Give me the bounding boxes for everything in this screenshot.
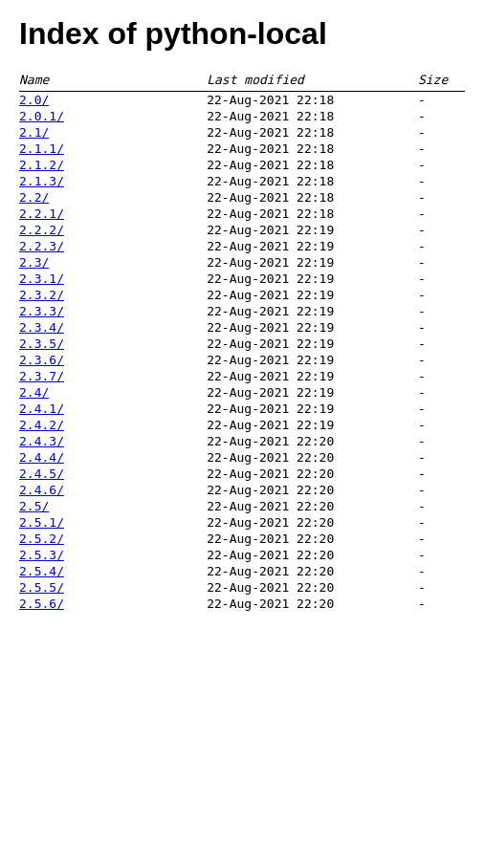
file-link[interactable]: 2.5.1/ [19, 515, 64, 530]
file-link[interactable]: 2.4/ [19, 385, 49, 400]
file-link[interactable]: 2.1.2/ [19, 158, 64, 172]
file-name-cell: 2.3.2/ [19, 287, 207, 303]
file-size-cell: - [418, 157, 465, 173]
file-modified-cell: 22-Aug-2021 22:18 [207, 92, 418, 108]
file-name-cell: 2.2.2/ [19, 222, 207, 238]
file-name-cell: 2.3.6/ [19, 352, 207, 368]
file-link[interactable]: 2.3.6/ [19, 353, 64, 367]
table-row: 2.5.1/22-Aug-2021 22:20- [19, 514, 465, 531]
file-link[interactable]: 2.3.2/ [19, 288, 64, 302]
file-size-cell: - [418, 579, 465, 596]
page-title: Index of python-local [19, 15, 465, 52]
file-modified-cell: 22-Aug-2021 22:18 [207, 173, 418, 189]
file-link[interactable]: 2.4.1/ [19, 401, 64, 416]
file-link[interactable]: 2.5.4/ [19, 564, 64, 578]
file-modified-cell: 22-Aug-2021 22:20 [207, 449, 418, 466]
file-modified-cell: 22-Aug-2021 22:18 [207, 124, 418, 141]
file-link[interactable]: 2.4.4/ [19, 450, 64, 465]
table-row: 2.3.6/22-Aug-2021 22:19- [19, 352, 465, 368]
file-name-cell: 2.1.2/ [19, 157, 207, 173]
file-modified-cell: 22-Aug-2021 22:20 [207, 514, 418, 531]
file-link[interactable]: 2.3.5/ [19, 336, 64, 351]
file-modified-cell: 22-Aug-2021 22:18 [207, 189, 418, 206]
file-size-cell: - [418, 498, 465, 514]
file-size-cell: - [418, 433, 465, 449]
file-link[interactable]: 2.5.6/ [19, 597, 64, 611]
file-name-cell: 2.2/ [19, 189, 207, 206]
file-link[interactable]: 2.3/ [19, 255, 49, 270]
table-row: 2.4.5/22-Aug-2021 22:20- [19, 466, 465, 482]
table-row: 2.4.1/22-Aug-2021 22:19- [19, 401, 465, 417]
file-size-cell: - [418, 271, 465, 287]
file-link[interactable]: 2.5.2/ [19, 532, 64, 546]
file-name-cell: 2.5.4/ [19, 563, 207, 579]
file-name-cell: 2.2.1/ [19, 206, 207, 222]
file-modified-cell: 22-Aug-2021 22:19 [207, 368, 418, 384]
file-modified-cell: 22-Aug-2021 22:18 [207, 157, 418, 173]
file-modified-cell: 22-Aug-2021 22:20 [207, 596, 418, 612]
file-link[interactable]: 2.2.1/ [19, 206, 64, 221]
file-size-cell: - [418, 449, 465, 466]
file-size-cell: - [418, 531, 465, 547]
file-size-cell: - [418, 417, 465, 433]
file-name-cell: 2.5.1/ [19, 514, 207, 531]
file-link[interactable]: 2.3.7/ [19, 369, 64, 383]
file-listing-table: Name Last modified Size 2.0/22-Aug-2021 … [19, 71, 465, 612]
file-name-cell: 2.5.6/ [19, 596, 207, 612]
table-row: 2.3.5/22-Aug-2021 22:19- [19, 336, 465, 352]
file-link[interactable]: 2.4.3/ [19, 434, 64, 448]
file-modified-cell: 22-Aug-2021 22:19 [207, 303, 418, 319]
file-name-cell: 2.3.3/ [19, 303, 207, 319]
file-name-cell: 2.3/ [19, 254, 207, 271]
table-row: 2.2.1/22-Aug-2021 22:18- [19, 206, 465, 222]
file-link[interactable]: 2.5/ [19, 499, 49, 513]
file-link[interactable]: 2.4.5/ [19, 467, 64, 481]
file-name-cell: 2.4.4/ [19, 449, 207, 466]
file-modified-cell: 22-Aug-2021 22:20 [207, 563, 418, 579]
file-modified-cell: 22-Aug-2021 22:19 [207, 238, 418, 254]
file-size-cell: - [418, 222, 465, 238]
file-modified-cell: 22-Aug-2021 22:19 [207, 336, 418, 352]
file-size-cell: - [418, 124, 465, 141]
file-modified-cell: 22-Aug-2021 22:19 [207, 401, 418, 417]
file-link[interactable]: 2.0.1/ [19, 109, 64, 123]
file-link[interactable]: 2.3.1/ [19, 271, 64, 286]
file-link[interactable]: 2.3.3/ [19, 304, 64, 318]
table-row: 2.1.3/22-Aug-2021 22:18- [19, 173, 465, 189]
file-modified-cell: 22-Aug-2021 22:19 [207, 287, 418, 303]
file-modified-cell: 22-Aug-2021 22:20 [207, 579, 418, 596]
table-row: 2.3/22-Aug-2021 22:19- [19, 254, 465, 271]
table-row: 2.2/22-Aug-2021 22:18- [19, 189, 465, 206]
file-size-cell: - [418, 514, 465, 531]
file-name-cell: 2.0/ [19, 92, 207, 108]
file-link[interactable]: 2.1.3/ [19, 174, 64, 188]
col-header-size: Size [418, 71, 465, 91]
file-link[interactable]: 2.4.6/ [19, 483, 64, 497]
file-name-cell: 2.3.7/ [19, 368, 207, 384]
file-name-cell: 2.2.3/ [19, 238, 207, 254]
file-size-cell: - [418, 206, 465, 222]
table-row: 2.4.3/22-Aug-2021 22:20- [19, 433, 465, 449]
file-name-cell: 2.3.1/ [19, 271, 207, 287]
file-modified-cell: 22-Aug-2021 22:19 [207, 271, 418, 287]
file-size-cell: - [418, 596, 465, 612]
file-size-cell: - [418, 141, 465, 157]
file-link[interactable]: 2.2/ [19, 190, 49, 205]
file-link[interactable]: 2.0/ [19, 93, 49, 107]
table-row: 2.4.6/22-Aug-2021 22:20- [19, 482, 465, 498]
file-link[interactable]: 2.5.3/ [19, 548, 64, 562]
file-link[interactable]: 2.2.3/ [19, 239, 64, 253]
file-name-cell: 2.4.2/ [19, 417, 207, 433]
file-link[interactable]: 2.3.4/ [19, 320, 64, 335]
file-modified-cell: 22-Aug-2021 22:19 [207, 222, 418, 238]
file-link[interactable]: 2.1.1/ [19, 141, 64, 156]
file-modified-cell: 22-Aug-2021 22:19 [207, 352, 418, 368]
col-header-name: Name [19, 71, 207, 91]
file-modified-cell: 22-Aug-2021 22:19 [207, 319, 418, 336]
file-size-cell: - [418, 303, 465, 319]
file-link[interactable]: 2.4.2/ [19, 418, 64, 432]
file-link[interactable]: 2.1/ [19, 125, 49, 140]
file-modified-cell: 22-Aug-2021 22:20 [207, 498, 418, 514]
file-link[interactable]: 2.2.2/ [19, 223, 64, 237]
file-link[interactable]: 2.5.5/ [19, 580, 64, 595]
